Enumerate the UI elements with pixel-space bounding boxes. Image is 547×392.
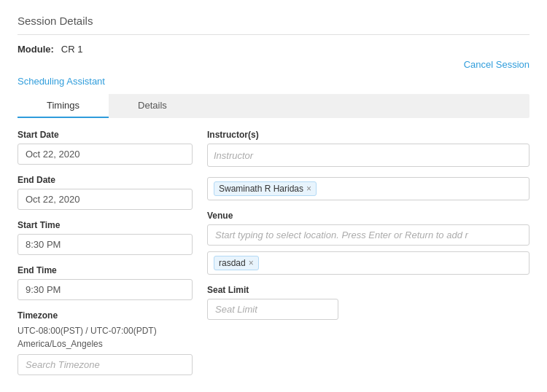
cancel-session-link[interactable]: Cancel Session (464, 59, 529, 70)
cancel-session-row: Cancel Session (18, 59, 529, 70)
end-date-input[interactable] (18, 189, 193, 210)
scheduling-assistant-link[interactable]: Scheduling Assistant (18, 76, 105, 87)
timezone-label: Timezone (18, 310, 193, 321)
col-right: Instructor(s) Instructor Swaminath R Har… (207, 130, 529, 385)
instructor-tag-area[interactable]: Swaminath R Haridas × (207, 177, 529, 200)
end-time-group: End Time (18, 265, 193, 300)
timezone-group: Timezone UTC-08:00(PST) / UTC-07:00(PDT)… (18, 310, 193, 375)
instructor-placeholder: Instructor (214, 150, 253, 161)
title-divider (18, 34, 529, 35)
start-date-input[interactable] (18, 144, 193, 165)
section-title: Session Details (18, 15, 529, 27)
end-time-input[interactable] (18, 279, 193, 300)
start-time-input[interactable] (18, 234, 193, 255)
module-value: CR 1 (61, 44, 83, 55)
col-left: Start Date End Date Start Time End Time … (18, 130, 193, 385)
timezone-search-input[interactable] (18, 354, 193, 375)
instructor-tag-close[interactable]: × (306, 184, 311, 193)
venue-group: Venue Start typing to select location. P… (207, 211, 529, 275)
seat-limit-group: Seat Limit (207, 285, 529, 320)
venue-tag: rasdad × (214, 256, 259, 270)
venue-tag-label: rasdad (219, 258, 246, 268)
module-row: Module: CR 1 (18, 44, 529, 55)
end-date-label: End Date (18, 175, 193, 185)
start-date-group: Start Date (18, 130, 193, 165)
tab-timings[interactable]: Timings (18, 94, 109, 118)
start-time-label: Start Time (18, 220, 193, 230)
tab-details[interactable]: Details (109, 94, 196, 118)
tabs-bar: Timings Details (18, 94, 529, 118)
end-date-group: End Date (18, 175, 193, 210)
timezone-text: UTC-08:00(PST) / UTC-07:00(PDT) America/… (18, 324, 193, 350)
module-label: Module: (18, 44, 54, 55)
venue-input[interactable]: Start typing to select location. Press E… (207, 224, 529, 246)
end-time-label: End Time (18, 265, 193, 275)
instructors-label: Instructor(s) (207, 130, 529, 140)
venue-tag-area[interactable]: rasdad × (207, 251, 529, 275)
session-details-container: Session Details Module: CR 1 Cancel Sess… (0, 0, 547, 392)
seat-limit-label: Seat Limit (207, 285, 529, 295)
instructor-tag-label: Swaminath R Haridas (219, 184, 303, 194)
venue-tag-close[interactable]: × (249, 259, 254, 267)
instructor-tag-row: Swaminath R Haridas × (207, 177, 529, 200)
instructor-tag: Swaminath R Haridas × (214, 181, 317, 196)
instructors-input-area[interactable]: Instructor (207, 144, 529, 167)
seat-limit-input[interactable] (207, 299, 338, 320)
instructors-group: Instructor(s) Instructor (207, 130, 529, 167)
form-grid: Start Date End Date Start Time End Time … (18, 130, 529, 385)
start-date-label: Start Date (18, 130, 193, 140)
start-time-group: Start Time (18, 220, 193, 255)
venue-label: Venue (207, 211, 529, 221)
